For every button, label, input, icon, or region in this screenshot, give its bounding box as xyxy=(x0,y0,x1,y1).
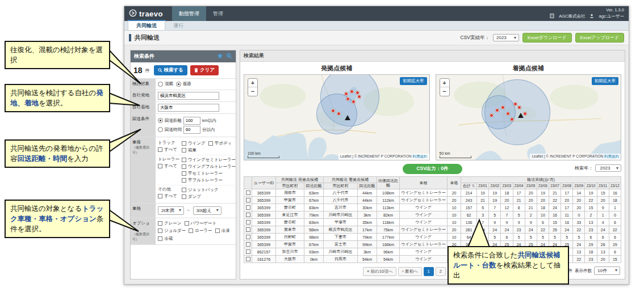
page-button[interactable]: 2 xyxy=(436,267,446,276)
zoom-search-icon[interactable] xyxy=(226,53,232,60)
terms-link[interactable]: 利用規約 xyxy=(604,154,619,158)
per-page-select[interactable]: 10件 xyxy=(594,266,620,275)
destination-input[interactable] xyxy=(158,104,219,112)
header-total[interactable]: 合計 ⇅ xyxy=(461,183,477,189)
target-option[interactable]: 混載 xyxy=(158,81,173,87)
option-items: クレーンパワーゲートジョルダーローラー冷凍冷蔵 xyxy=(156,218,236,244)
map-canvas[interactable]: + − 初期拡大率 100 km Leaflet | © INCREMENT P… xyxy=(244,74,430,160)
cell: 862157 xyxy=(252,248,276,256)
vehicle-type-checkbox[interactable]: ウイングフルトレーラー xyxy=(182,164,236,170)
excel-download-button[interactable]: Excelダウンロード xyxy=(522,33,572,43)
row-checkbox[interactable] xyxy=(246,227,250,232)
cell: 20 xyxy=(525,197,537,204)
title-bar: 共同輸送 CSV実績年： 2023 Excelダウンロード Excelアップロー… xyxy=(124,31,629,45)
vehicle-all-checkbox[interactable]: すべて xyxy=(158,193,179,199)
zoom-in-button[interactable]: + xyxy=(440,79,449,87)
option-checkbox[interactable]: 冷蔵 xyxy=(158,235,173,242)
cell: 99km xyxy=(358,241,377,248)
cell: 20 xyxy=(573,204,585,211)
page-button[interactable]: ‹ 最初へ xyxy=(398,267,421,276)
arrival-map-block: 着拠点候補 xyxy=(436,63,622,160)
cell: 30km xyxy=(358,204,377,211)
map-scale: 100 km xyxy=(248,151,279,158)
header-arrival-group: 共同輸送 着拠点候補 xyxy=(324,177,377,183)
cell: 15 xyxy=(585,204,597,211)
brand-name: traevo xyxy=(139,10,163,18)
vehicle-type-checkbox[interactable]: ダンプ xyxy=(182,194,201,200)
excel-upload-button[interactable]: Excelアップロード xyxy=(575,33,625,43)
vehicle-type-checkbox[interactable]: ジェットパック xyxy=(182,187,219,193)
csv-output-button[interactable]: CSV出力：0件 xyxy=(403,164,462,174)
page-button[interactable]: « 前の10項へ xyxy=(363,267,396,276)
zoom-out-button[interactable]: − xyxy=(248,87,257,96)
cell: 八千代市 xyxy=(324,197,358,204)
vehicle-type-checkbox[interactable]: ウイングセミトレーラー xyxy=(182,157,236,163)
checkbox-cell xyxy=(244,256,252,263)
maps-row: 発拠点候補 xyxy=(240,62,625,163)
row-checkbox[interactable] xyxy=(246,257,250,261)
departure-map-title: 発拠点候補 xyxy=(244,63,430,74)
vehicle-type-checkbox[interactable]: 平フルトレーラー xyxy=(182,177,223,183)
vehicle-all-checkbox[interactable]: すべて xyxy=(158,163,179,169)
origin-input[interactable] xyxy=(158,92,219,100)
terms-link[interactable]: 利用規約 xyxy=(413,154,428,158)
callout-origin-dest: 共同輸送を検討する自社の発地、着地を選択。 xyxy=(5,84,110,112)
cell: 16 xyxy=(561,219,573,226)
option-checkbox[interactable]: パワーゲート xyxy=(185,221,217,227)
vehicle-type-checkbox[interactable]: 箱車 xyxy=(182,147,196,153)
reset-zoom-button[interactable]: 初期拡大率 xyxy=(400,77,427,85)
reset-zoom-button[interactable]: 初期拡大率 xyxy=(592,77,619,85)
deadhead-time-input[interactable] xyxy=(183,126,200,134)
row-checkbox[interactable] xyxy=(246,198,250,202)
row-checkbox[interactable] xyxy=(246,205,250,210)
vehicle-type-checkbox[interactable]: 平セミトレーラー xyxy=(182,171,223,176)
nav-item[interactable]: 管理 xyxy=(206,6,230,21)
row-checkbox[interactable] xyxy=(246,242,250,247)
cell: 79km xyxy=(304,211,324,219)
vehicle-all-checkbox[interactable]: すべて xyxy=(158,147,179,153)
nav-item[interactable]: 動態管理 xyxy=(172,6,206,21)
user-name[interactable]: agc:ユーザー xyxy=(599,14,624,19)
clear-button[interactable]: クリア xyxy=(190,65,219,75)
tab-item[interactable]: 運行 xyxy=(165,21,191,30)
page-button[interactable]: 1 xyxy=(424,267,434,276)
cell: 112km xyxy=(377,197,400,204)
cell: 98km xyxy=(304,234,324,241)
row-checkbox[interactable] xyxy=(246,220,250,225)
deadhead-distance-radio[interactable] xyxy=(158,118,163,123)
cell: 44km xyxy=(358,189,377,197)
row-checkbox[interactable] xyxy=(246,213,250,217)
search-year-select[interactable]: 2023 xyxy=(595,164,621,172)
class-from-select[interactable]: 2t未満 xyxy=(158,206,184,215)
option-checkbox[interactable]: 冷凍 xyxy=(215,228,230,234)
callout-results: 検索条件に合致した共同輸送候補ルート・台数を検索結果として抽出 xyxy=(448,246,569,285)
row-checkbox[interactable] xyxy=(246,235,250,239)
cell: 63km xyxy=(304,189,324,197)
zoom-out-button[interactable]: − xyxy=(440,87,449,96)
map-canvas[interactable]: + − 初期拡大率 50 km Leaflet | © INCREMENT P … xyxy=(436,74,622,160)
search-button[interactable]: 検索する xyxy=(154,65,187,75)
cell: 6 xyxy=(501,234,513,241)
option-checkbox[interactable]: クレーン xyxy=(158,221,182,227)
option-checkbox[interactable]: ローラー xyxy=(189,228,212,234)
search-conditions-panel: 検索条件 18 件 検索する xyxy=(130,50,236,279)
checkbox-icon xyxy=(158,221,162,226)
header-checkbox-col xyxy=(244,177,252,189)
vehicle-type-checkbox[interactable]: ウイング xyxy=(182,141,206,146)
row-checkbox[interactable] xyxy=(246,249,250,254)
cell: 18 xyxy=(537,204,549,211)
deadhead-distance-input[interactable] xyxy=(183,117,200,125)
favorite-star-icon[interactable] xyxy=(217,53,223,60)
deadhead-time-radio[interactable] xyxy=(158,127,163,132)
vehicle-type-checkbox[interactable]: 平ボディ xyxy=(208,141,232,146)
zoom-in-button[interactable]: + xyxy=(248,79,257,87)
cell: 365399 xyxy=(252,219,276,226)
csv-year-select[interactable]: 2023 xyxy=(493,34,519,41)
target-option[interactable]: 復路 xyxy=(176,81,191,87)
class-to-select[interactable]: 30t超え xyxy=(193,206,221,215)
result-count-row: 18 件 検索する クリア xyxy=(131,62,236,79)
option-checkbox[interactable]: ジョルダー xyxy=(158,228,186,234)
company-name: AGC株式会社 xyxy=(559,14,585,19)
tab-active[interactable]: 共同輸送 xyxy=(128,20,165,30)
row-checkbox[interactable] xyxy=(246,190,250,195)
